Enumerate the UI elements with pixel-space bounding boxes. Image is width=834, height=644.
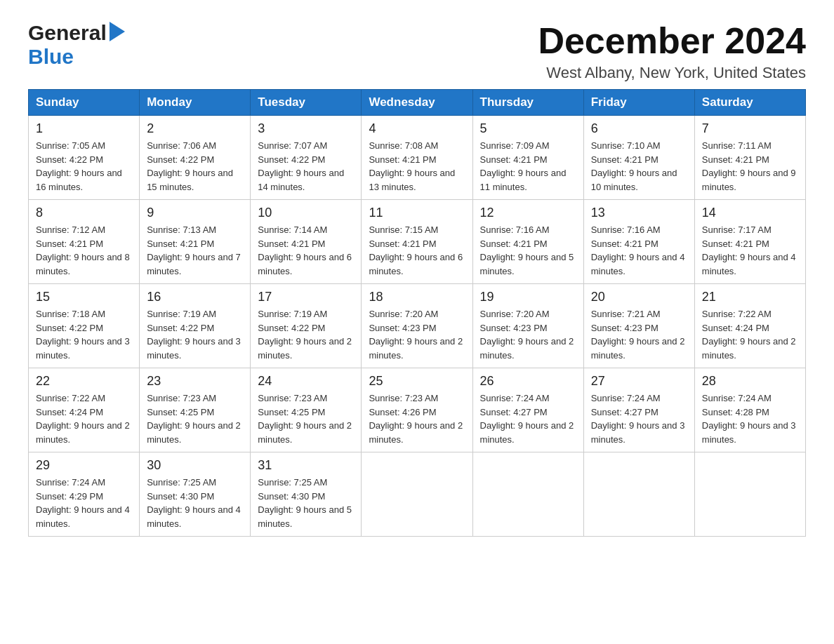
table-row: 1 Sunrise: 7:05 AM Sunset: 4:22 PM Dayli… bbox=[29, 116, 140, 200]
day-number: 3 bbox=[258, 121, 354, 136]
day-number: 31 bbox=[258, 458, 354, 473]
header-friday: Friday bbox=[583, 90, 694, 116]
table-row: 14 Sunrise: 7:17 AM Sunset: 4:21 PM Dayl… bbox=[694, 200, 805, 284]
table-row: 22 Sunrise: 7:22 AM Sunset: 4:24 PM Dayl… bbox=[29, 368, 140, 452]
day-number: 8 bbox=[36, 206, 132, 220]
table-row: 27 Sunrise: 7:24 AM Sunset: 4:27 PM Dayl… bbox=[583, 368, 694, 452]
table-row: 5 Sunrise: 7:09 AM Sunset: 4:21 PM Dayli… bbox=[472, 116, 583, 200]
table-row: 12 Sunrise: 7:16 AM Sunset: 4:21 PM Dayl… bbox=[472, 200, 583, 284]
day-info: Sunrise: 7:08 AM Sunset: 4:21 PM Dayligh… bbox=[369, 139, 465, 194]
day-info: Sunrise: 7:06 AM Sunset: 4:22 PM Dayligh… bbox=[147, 139, 243, 194]
table-row: 6 Sunrise: 7:10 AM Sunset: 4:21 PM Dayli… bbox=[583, 116, 694, 200]
day-info: Sunrise: 7:07 AM Sunset: 4:22 PM Dayligh… bbox=[258, 139, 354, 194]
day-number: 21 bbox=[702, 290, 798, 304]
day-info: Sunrise: 7:20 AM Sunset: 4:23 PM Dayligh… bbox=[480, 307, 576, 362]
header-saturday: Saturday bbox=[694, 90, 805, 116]
day-number: 27 bbox=[591, 374, 687, 389]
day-number: 19 bbox=[480, 290, 576, 304]
table-row: 7 Sunrise: 7:11 AM Sunset: 4:21 PM Dayli… bbox=[694, 116, 805, 200]
day-number: 14 bbox=[702, 206, 798, 220]
day-info: Sunrise: 7:13 AM Sunset: 4:21 PM Dayligh… bbox=[147, 223, 243, 278]
day-number: 22 bbox=[36, 374, 132, 389]
header-monday: Monday bbox=[140, 90, 251, 116]
day-number: 7 bbox=[702, 121, 798, 136]
table-row: 4 Sunrise: 7:08 AM Sunset: 4:21 PM Dayli… bbox=[362, 116, 472, 200]
day-number: 2 bbox=[147, 121, 243, 136]
month-title: December 2024 bbox=[538, 21, 806, 61]
day-info: Sunrise: 7:09 AM Sunset: 4:21 PM Dayligh… bbox=[480, 139, 576, 194]
table-row: 2 Sunrise: 7:06 AM Sunset: 4:22 PM Dayli… bbox=[140, 116, 251, 200]
day-number: 23 bbox=[147, 374, 243, 389]
day-info: Sunrise: 7:19 AM Sunset: 4:22 PM Dayligh… bbox=[147, 307, 243, 362]
table-row bbox=[694, 452, 805, 537]
table-row: 19 Sunrise: 7:20 AM Sunset: 4:23 PM Dayl… bbox=[472, 284, 583, 368]
day-info: Sunrise: 7:24 AM Sunset: 4:27 PM Dayligh… bbox=[480, 391, 576, 446]
day-number: 6 bbox=[591, 121, 687, 136]
day-number: 12 bbox=[480, 206, 576, 220]
calendar-header-row: Sunday Monday Tuesday Wednesday Thursday… bbox=[29, 90, 806, 116]
table-row: 24 Sunrise: 7:23 AM Sunset: 4:25 PM Dayl… bbox=[251, 368, 362, 452]
day-number: 10 bbox=[258, 206, 354, 220]
day-number: 13 bbox=[591, 206, 687, 220]
day-info: Sunrise: 7:24 AM Sunset: 4:28 PM Dayligh… bbox=[702, 391, 798, 446]
table-row: 25 Sunrise: 7:23 AM Sunset: 4:26 PM Dayl… bbox=[362, 368, 472, 452]
table-row: 3 Sunrise: 7:07 AM Sunset: 4:22 PM Dayli… bbox=[251, 116, 362, 200]
day-info: Sunrise: 7:21 AM Sunset: 4:23 PM Dayligh… bbox=[591, 307, 687, 362]
page-header: General Blue December 2024 West Albany, … bbox=[28, 21, 806, 82]
logo-arrow-icon bbox=[110, 22, 125, 44]
day-number: 28 bbox=[702, 374, 798, 389]
day-number: 9 bbox=[147, 206, 243, 220]
day-info: Sunrise: 7:22 AM Sunset: 4:24 PM Dayligh… bbox=[36, 391, 132, 446]
day-info: Sunrise: 7:20 AM Sunset: 4:23 PM Dayligh… bbox=[369, 307, 465, 362]
calendar-table: Sunday Monday Tuesday Wednesday Thursday… bbox=[28, 89, 806, 537]
title-section: December 2024 West Albany, New York, Uni… bbox=[538, 21, 806, 82]
logo-blue-text: Blue bbox=[28, 45, 74, 68]
day-info: Sunrise: 7:16 AM Sunset: 4:21 PM Dayligh… bbox=[480, 223, 576, 278]
header-thursday: Thursday bbox=[472, 90, 583, 116]
day-info: Sunrise: 7:14 AM Sunset: 4:21 PM Dayligh… bbox=[258, 223, 354, 278]
table-row: 8 Sunrise: 7:12 AM Sunset: 4:21 PM Dayli… bbox=[29, 200, 140, 284]
location-title: West Albany, New York, United States bbox=[538, 64, 806, 82]
calendar-week-row: 1 Sunrise: 7:05 AM Sunset: 4:22 PM Dayli… bbox=[29, 116, 806, 200]
day-number: 30 bbox=[147, 458, 243, 473]
day-info: Sunrise: 7:18 AM Sunset: 4:22 PM Dayligh… bbox=[36, 307, 132, 362]
table-row: 9 Sunrise: 7:13 AM Sunset: 4:21 PM Dayli… bbox=[140, 200, 251, 284]
table-row: 23 Sunrise: 7:23 AM Sunset: 4:25 PM Dayl… bbox=[140, 368, 251, 452]
table-row: 15 Sunrise: 7:18 AM Sunset: 4:22 PM Dayl… bbox=[29, 284, 140, 368]
table-row: 21 Sunrise: 7:22 AM Sunset: 4:24 PM Dayl… bbox=[694, 284, 805, 368]
day-info: Sunrise: 7:10 AM Sunset: 4:21 PM Dayligh… bbox=[591, 139, 687, 194]
table-row: 17 Sunrise: 7:19 AM Sunset: 4:22 PM Dayl… bbox=[251, 284, 362, 368]
table-row: 18 Sunrise: 7:20 AM Sunset: 4:23 PM Dayl… bbox=[362, 284, 472, 368]
day-info: Sunrise: 7:16 AM Sunset: 4:21 PM Dayligh… bbox=[591, 223, 687, 278]
day-number: 16 bbox=[147, 290, 243, 304]
day-info: Sunrise: 7:23 AM Sunset: 4:25 PM Dayligh… bbox=[258, 391, 354, 446]
header-wednesday: Wednesday bbox=[362, 90, 472, 116]
day-info: Sunrise: 7:23 AM Sunset: 4:26 PM Dayligh… bbox=[369, 391, 465, 446]
day-info: Sunrise: 7:23 AM Sunset: 4:25 PM Dayligh… bbox=[147, 391, 243, 446]
header-sunday: Sunday bbox=[29, 90, 140, 116]
table-row bbox=[362, 452, 472, 537]
day-number: 4 bbox=[369, 121, 465, 136]
table-row: 26 Sunrise: 7:24 AM Sunset: 4:27 PM Dayl… bbox=[472, 368, 583, 452]
day-info: Sunrise: 7:24 AM Sunset: 4:29 PM Dayligh… bbox=[36, 476, 132, 530]
table-row: 16 Sunrise: 7:19 AM Sunset: 4:22 PM Dayl… bbox=[140, 284, 251, 368]
day-number: 1 bbox=[36, 121, 132, 136]
day-info: Sunrise: 7:15 AM Sunset: 4:21 PM Dayligh… bbox=[369, 223, 465, 278]
table-row: 31 Sunrise: 7:25 AM Sunset: 4:30 PM Dayl… bbox=[251, 452, 362, 537]
day-number: 24 bbox=[258, 374, 354, 389]
table-row: 20 Sunrise: 7:21 AM Sunset: 4:23 PM Dayl… bbox=[583, 284, 694, 368]
day-number: 20 bbox=[591, 290, 687, 304]
table-row: 10 Sunrise: 7:14 AM Sunset: 4:21 PM Dayl… bbox=[251, 200, 362, 284]
day-number: 5 bbox=[480, 121, 576, 136]
calendar-week-row: 15 Sunrise: 7:18 AM Sunset: 4:22 PM Dayl… bbox=[29, 284, 806, 368]
day-info: Sunrise: 7:05 AM Sunset: 4:22 PM Dayligh… bbox=[36, 139, 132, 194]
logo: General Blue bbox=[28, 21, 125, 69]
svg-marker-0 bbox=[110, 22, 125, 41]
day-number: 18 bbox=[369, 290, 465, 304]
table-row: 30 Sunrise: 7:25 AM Sunset: 4:30 PM Dayl… bbox=[140, 452, 251, 537]
day-info: Sunrise: 7:24 AM Sunset: 4:27 PM Dayligh… bbox=[591, 391, 687, 446]
calendar-week-row: 8 Sunrise: 7:12 AM Sunset: 4:21 PM Dayli… bbox=[29, 200, 806, 284]
day-info: Sunrise: 7:25 AM Sunset: 4:30 PM Dayligh… bbox=[258, 476, 354, 530]
logo-general-text: General bbox=[28, 21, 107, 45]
table-row: 11 Sunrise: 7:15 AM Sunset: 4:21 PM Dayl… bbox=[362, 200, 472, 284]
